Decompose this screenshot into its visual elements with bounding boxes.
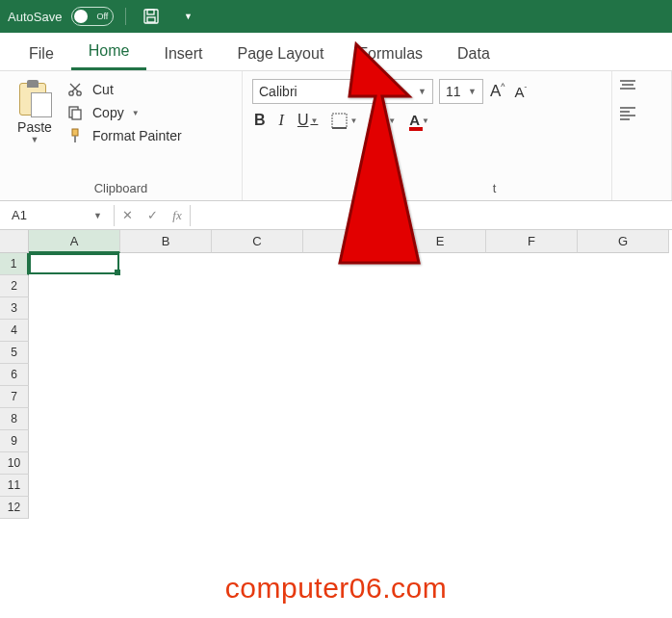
fill-handle[interactable] (115, 270, 120, 275)
row-header[interactable]: 11 (0, 475, 29, 497)
formula-bar-input[interactable] (191, 203, 672, 228)
font-group: Calibri ▼ 11 ▼ A^ Aˇ B I U ▼ ▼ (243, 71, 612, 200)
cut-label: Cut (92, 82, 114, 97)
font-name-value: Calibri (259, 84, 297, 99)
clipboard-group-label: Clipboard (10, 181, 232, 198)
chevron-down-icon: ▼ (349, 116, 357, 125)
row-header[interactable]: 7 (0, 386, 29, 408)
spreadsheet-grid: 1 2 3 4 5 6 7 8 9 10 11 12 A B C D E F G (0, 230, 672, 519)
svg-point-3 (69, 91, 73, 95)
chevron-down-icon: ▼ (132, 109, 140, 117)
tab-page-layout[interactable]: Page Layout (220, 38, 341, 70)
fill-bucket-icon (371, 114, 386, 127)
decrease-font-size-button[interactable]: Aˇ (512, 84, 530, 100)
scissors-icon (65, 81, 85, 98)
paste-icon (17, 81, 52, 117)
name-box[interactable]: A1 ▼ (4, 203, 110, 228)
save-icon[interactable] (138, 3, 165, 30)
italic-button[interactable]: I (279, 112, 284, 129)
fill-color-button[interactable]: ▼ (371, 114, 396, 127)
row-header[interactable]: 6 (0, 364, 29, 386)
tab-formulas[interactable]: Formulas (341, 38, 440, 70)
svg-rect-1 (147, 10, 154, 14)
column-header[interactable]: B (120, 230, 212, 253)
tab-data[interactable]: Data (440, 38, 507, 70)
format-painter-label: Format Painter (92, 128, 182, 143)
insert-function-button[interactable]: fx (165, 208, 190, 223)
svg-rect-9 (72, 129, 78, 136)
font-color-icon: A (409, 112, 420, 129)
column-headers: A B C D E F G (29, 230, 672, 253)
font-size-value: 11 (446, 84, 461, 99)
row-headers: 1 2 3 4 5 6 7 8 9 10 11 12 (0, 253, 29, 519)
svg-rect-0 (144, 10, 158, 23)
ribbon-tabs: File Home Insert Page Layout Formulas Da… (0, 33, 672, 71)
font-color-button[interactable]: A ▼ (409, 112, 429, 129)
svg-rect-11 (332, 114, 347, 128)
row-header[interactable]: 4 (0, 320, 29, 342)
column-header[interactable]: E (395, 230, 486, 253)
copy-button[interactable]: Copy ▼ (65, 104, 182, 121)
chevron-down-icon: ▼ (310, 116, 318, 125)
copy-label: Copy (92, 105, 124, 120)
svg-rect-2 (147, 17, 155, 22)
select-all-corner[interactable] (0, 230, 29, 253)
row-header[interactable]: 1 (0, 253, 29, 275)
column-header[interactable]: G (578, 230, 669, 253)
active-cell[interactable] (29, 253, 119, 274)
formula-bar-row: A1 ▼ ✕ ✓ fx (0, 201, 672, 230)
name-box-value: A1 (12, 208, 27, 222)
borders-button[interactable]: ▼ (331, 113, 357, 129)
autosave-toggle-text: Off (97, 12, 109, 21)
copy-icon (65, 104, 85, 121)
autosave-toggle-knob (74, 10, 88, 23)
row-header[interactable]: 3 (0, 297, 29, 320)
row-header[interactable]: 10 (0, 452, 29, 475)
qat-separator (125, 8, 126, 25)
format-painter-button[interactable]: Format Painter (65, 127, 182, 144)
tab-insert[interactable]: Insert (146, 38, 220, 70)
font-group-label: t (254, 181, 600, 198)
ribbon: Paste ▼ Cut Copy ▼ (0, 71, 672, 201)
cancel-formula-button[interactable]: ✕ (115, 208, 140, 222)
paintbrush-icon (65, 127, 85, 144)
paste-button[interactable]: Paste ▼ (10, 77, 60, 144)
row-header[interactable]: 5 (0, 342, 29, 364)
paste-label: Paste (17, 119, 52, 135)
confirm-formula-button[interactable]: ✓ (140, 208, 165, 222)
chevron-down-icon: ▼ (388, 116, 396, 125)
font-name-selector[interactable]: Calibri ▼ (252, 79, 433, 104)
increase-font-size-button[interactable]: A^ (487, 82, 508, 101)
title-bar: AutoSave Off ▼ (0, 0, 672, 33)
column-header[interactable]: A (29, 230, 120, 253)
font-size-selector[interactable]: 11 ▼ (439, 79, 483, 104)
tab-home[interactable]: Home (71, 35, 147, 70)
row-header[interactable]: 2 (0, 275, 29, 297)
watermark: computer06.com (0, 572, 672, 605)
chevron-down-icon: ▼ (418, 87, 426, 96)
align-left-button[interactable] (618, 105, 665, 123)
autosave-toggle[interactable]: Off (71, 7, 114, 26)
column-header[interactable]: D (303, 230, 395, 253)
chevron-down-icon: ▼ (468, 87, 477, 96)
clipboard-group: Paste ▼ Cut Copy ▼ (0, 71, 243, 200)
svg-rect-10 (74, 136, 76, 142)
autosave-label: AutoSave (8, 10, 62, 24)
column-header[interactable]: F (486, 230, 578, 253)
column-header[interactable]: C (212, 230, 303, 253)
chevron-down-icon: ▼ (422, 116, 429, 125)
alignment-group (612, 71, 672, 200)
row-header[interactable]: 8 (0, 408, 29, 430)
svg-point-4 (77, 91, 81, 95)
qat-dropdown-icon[interactable]: ▼ (174, 3, 201, 30)
row-header[interactable]: 9 (0, 430, 29, 452)
svg-rect-8 (72, 110, 81, 119)
bold-button[interactable]: B (254, 112, 266, 129)
chevron-down-icon: ▼ (31, 135, 39, 144)
tab-file[interactable]: File (12, 38, 71, 70)
row-header[interactable]: 12 (0, 497, 29, 519)
align-top-button[interactable] (618, 79, 665, 97)
underline-button[interactable]: U ▼ (297, 112, 318, 129)
chevron-down-icon: ▼ (93, 211, 102, 220)
cut-button[interactable]: Cut (65, 81, 182, 98)
